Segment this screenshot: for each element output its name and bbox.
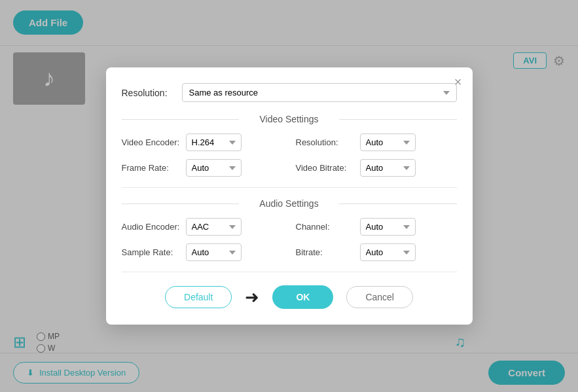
cancel-button[interactable]: Cancel [346,286,413,308]
bitrate-label: Bitrate: [296,247,355,257]
video-settings-grid: Video Encoder: H.264 Resolution: Auto Fr… [122,134,457,177]
channel-label: Channel: [296,222,355,232]
resolution-inner-row: Resolution: Auto [296,134,457,151]
frame-rate-label: Frame Rate: [122,163,181,173]
settings-divider [122,187,457,188]
bitrate-row: Bitrate: Auto [296,243,457,261]
sample-rate-row: Sample Rate: Auto [122,243,283,261]
modal-close-button[interactable]: × [454,75,462,88]
video-bitrate-label: Video Bitrate: [296,163,355,173]
modal-overlay: × Resolution: Same as resource Video Set… [0,0,578,392]
sample-rate-label: Sample Rate: [122,247,181,257]
arrow-icon: ➜ [245,287,259,308]
video-bitrate-select[interactable]: Auto [360,159,416,177]
audio-settings-header: Audio Settings [122,198,457,209]
audio-encoder-label: Audio Encoder: [122,222,181,232]
modal-button-row: Default ➜ OK Cancel [122,285,457,309]
audio-encoder-select[interactable]: AAC [186,218,242,236]
video-encoder-label: Video Encoder: [122,137,181,147]
resolution-select[interactable]: Same as resource [182,83,457,102]
audio-encoder-row: Audio Encoder: AAC [122,218,283,236]
resolution-label: Resolution: [122,88,174,98]
channel-row: Channel: Auto [296,218,457,236]
resolution-row: Resolution: Same as resource [122,83,457,102]
sample-rate-select[interactable]: Auto [186,243,242,261]
video-settings-header: Video Settings [122,114,457,124]
frame-rate-select[interactable]: Auto [186,159,242,177]
resolution-inner-label: Resolution: [296,137,355,147]
video-bitrate-row: Video Bitrate: Auto [296,159,457,177]
settings-modal: × Resolution: Same as resource Video Set… [106,67,473,325]
ok-button[interactable]: OK [272,285,333,309]
frame-rate-row: Frame Rate: Auto [122,159,283,177]
video-encoder-row: Video Encoder: H.264 [122,134,283,151]
app-background: Add File ♪ AVI ⚙ ⊞ MP W ♫ [0,0,578,392]
resolution-inner-select[interactable]: Auto [360,134,416,151]
video-encoder-select[interactable]: H.264 [186,134,242,151]
modal-bottom-divider [122,272,457,272]
default-button[interactable]: Default [165,286,232,308]
audio-settings-grid: Audio Encoder: AAC Channel: Auto Sample … [122,218,457,261]
channel-select[interactable]: Auto [360,218,416,236]
bitrate-select[interactable]: Auto [360,243,416,261]
